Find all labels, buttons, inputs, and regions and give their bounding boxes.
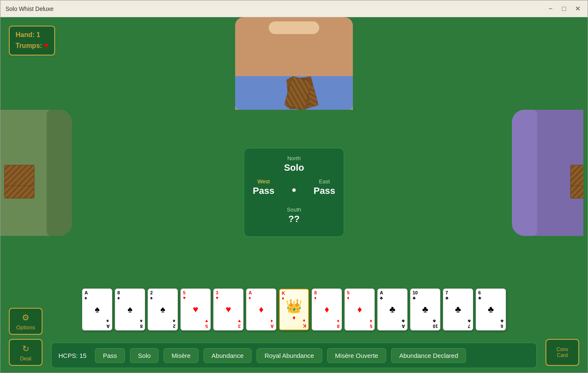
north-direction-label: North [253,155,335,161]
player-card-3[interactable]: 5♥ ♥ 5♥ [180,288,211,331]
card-rank-br: A♣ [402,319,405,329]
card-rank-tl: 2♠ [150,290,153,300]
card-rank-br: 8♦ [337,319,339,329]
player-card-7[interactable]: 8♦ ♦ 8♦ [312,288,342,331]
card-rank-tl: 10♣ [413,290,418,300]
west-direction-label: West [253,178,274,185]
abundance-declared-button[interactable]: Abundance Declared [391,348,466,363]
trump-suit: ♥ [44,40,48,51]
card-rank-tl: 6♣ [478,290,481,300]
player-card-6[interactable]: K♦ 👑 ♦ K♦ [279,288,309,331]
refresh-icon: ↻ [22,344,29,354]
card-rank-tl: K♦ [282,291,285,301]
card-rank-br: 5♥ [205,319,208,329]
conv-card-label: ConvCard [556,347,568,358]
card-suit-center: ♣ [488,305,494,314]
player-card-0[interactable]: A♠ ♠ A♠ [82,288,112,331]
player-card-2[interactable]: 2♠ ♠ 2♠ [148,288,178,331]
card-suit-center: ♦ [324,305,329,314]
player-card-5[interactable]: A♦ ♦ A♦ [246,288,276,331]
card-rank-br: 8♠ [140,319,143,329]
gear-icon: ⚙ [22,312,29,323]
north-bid-value: Solo [253,162,335,173]
east-sleeve [512,110,537,236]
card-suit-center: ♠ [95,305,100,314]
east-bid-area: East Pass [314,178,335,201]
misere-ouverte-button[interactable]: Misère Ouverte [327,348,387,363]
card-suit-center: ♦ [292,314,295,321]
card-rank-br: 3♥ [238,319,241,329]
card-rank-tl: A♦ [249,290,252,300]
card-suit-center: ♥ [225,305,231,314]
card-rank-br: 2♠ [173,319,175,329]
card-rank-tl: 5♥ [183,290,186,300]
east-player-area [512,110,588,253]
bid-middle-row: West Pass East Pass [253,178,335,201]
deal-button[interactable]: ↻ Deal [9,339,42,366]
hcps-label: HCPS: 15 [58,352,87,359]
west-player-area [0,110,76,253]
options-button[interactable]: ⚙ Options [9,308,42,335]
player-card-12[interactable]: 6♣ ♣ 6♣ [476,288,506,331]
minimize-button[interactable]: − [546,4,556,14]
card-face: 👑 [286,298,302,314]
card-suit-center: ♣ [389,305,395,314]
bid-buttons-bar: HCPS: 15 Pass Solo Misère Abundance Roya… [51,342,537,368]
hand-info-box: Hand: 1 Trumps: ♥ [9,26,55,56]
card-suit-center: ♣ [455,305,461,314]
west-sleeve [47,110,72,236]
card-rank-br: 5♦ [370,319,372,329]
conv-card-button[interactable]: ConvCard [546,339,579,366]
player-card-8[interactable]: 5♦ ♦ 5♦ [344,288,375,331]
hand-number: Hand: 1 [16,30,48,40]
south-bid-area: South ?? [253,206,335,225]
player-card-9[interactable]: A♣ ♣ A♣ [377,288,408,331]
player-card-10[interactable]: 10♣ ♣ 10♣ [410,288,440,331]
card-rank-br: 10♣ [433,319,438,329]
card-rank-tl: 8♠ [117,290,120,300]
trumps-row: Trumps: ♥ [16,40,48,51]
card-suit-center: ♦ [259,305,263,314]
east-direction-label: East [314,178,335,185]
trumps-label: Trumps: [16,41,42,51]
bid-center-dot [292,188,296,192]
player-card-1[interactable]: 8♠ ♠ 8♠ [115,288,145,331]
card-suit-center: ♣ [422,305,428,314]
card-suit-center: ♠ [160,305,165,314]
north-player-area [235,17,353,110]
card-rank-br: A♦ [270,319,274,329]
player-card-11[interactable]: 7♣ ♣ 7♣ [443,288,473,331]
card-rank-tl: 7♣ [445,290,448,300]
west-bid-area: West Pass [253,178,274,201]
card-rank-br: 6♣ [501,319,503,329]
north-hand-image [235,17,353,110]
east-bid-value: Pass [314,185,335,196]
solo-button[interactable]: Solo [130,348,159,363]
bid-box: North Solo West Pass East Pass South ?? [244,148,344,237]
abundance-button[interactable]: Abundance [204,348,252,363]
card-rank-tl: 8♦ [314,290,317,300]
deal-label: Deal [20,355,32,362]
pass-button[interactable]: Pass [95,348,125,363]
misere-button[interactable]: Misère [164,348,199,363]
app-window: Solo Whist Deluxe − □ ✕ Hand: 1 Trumps: … [0,0,588,373]
card-suit-center: ♠ [127,305,132,314]
player-card-4[interactable]: 3♥ ♥ 3♥ [213,288,244,331]
card-rank-tl: 5♦ [347,290,350,300]
west-hand-image [0,110,72,236]
maximize-button[interactable]: □ [559,4,569,14]
card-rank-tl: A♠ [85,290,88,300]
south-bid-value: ?? [253,214,335,225]
window-controls: − □ ✕ [546,4,583,14]
card-suit-center: ♥ [193,305,198,314]
close-button[interactable]: ✕ [572,4,583,14]
title-bar: Solo Whist Deluxe − □ ✕ [0,0,588,17]
options-label: Options [16,324,35,331]
window-title: Solo Whist Deluxe [5,5,53,12]
card-rank-tl: A♣ [380,290,383,300]
royal-abundance-button[interactable]: Royal Abundance [257,348,322,363]
card-suit-center: ♦ [357,305,362,314]
card-rank-tl: 3♥ [216,290,219,300]
south-direction-label: South [253,206,335,213]
card-rank-br: 7♣ [468,319,471,329]
